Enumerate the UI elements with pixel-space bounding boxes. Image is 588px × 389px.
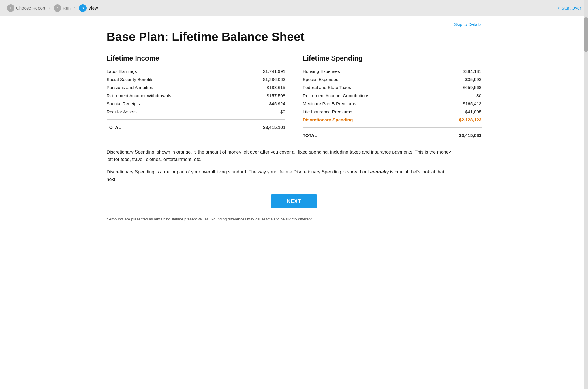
spending-item-value: $659,568 [447,85,482,90]
income-item-label: Regular Assets [107,109,251,114]
spending-item-label: Discretionary Spending [303,117,447,122]
spending-item-label: Retirement Account Contributions [303,93,447,98]
income-item-value: $157,508 [251,93,285,98]
spending-line-item: Retirement Account Contributions$0 [303,92,482,100]
step-2[interactable]: 2 Run [54,4,71,12]
page-title: Base Plan: Lifetime Balance Sheet [107,30,482,44]
income-item-value: $183,615 [251,85,285,90]
income-line-item: Social Security Benefits$1,286,063 [107,75,285,84]
income-item-label: Special Receipts [107,101,251,106]
income-line-item: Pensions and Annuities$183,615 [107,84,285,92]
spending-items: Housing Expenses$384,181Special Expenses… [303,67,482,124]
step-2-label: Run [63,5,71,10]
income-item-label: Pensions and Annuities [107,85,251,90]
spending-item-label: Life Insurance Premiums [303,109,447,114]
spending-item-value: $384,181 [447,69,482,74]
arrow-1: › [49,6,50,10]
main-content: Skip to Details Base Plan: Lifetime Bala… [98,16,490,233]
income-line-item: Regular Assets$0 [107,108,285,116]
spending-total-value: $3,415,083 [447,133,482,138]
description-para2: Discretionary Spending is a major part o… [107,168,453,183]
income-line-item: Labor Earnings$1,741,991 [107,67,285,75]
step-3-label: View [88,5,98,10]
step-3-circle: 3 [79,4,87,12]
topbar: 1 Choose Report › 2 Run › 3 View < Start… [0,0,588,16]
income-total-label: TOTAL [107,125,121,130]
income-item-value: $1,741,991 [251,69,285,74]
step-3[interactable]: 3 View [79,4,98,12]
spending-item-label: Special Expenses [303,77,447,82]
spending-total-row: TOTAL $3,415,083 [303,131,482,140]
arrow-2: › [74,6,76,10]
spending-item-value: $41,805 [447,109,482,114]
income-divider [107,119,285,120]
spending-line-item: Housing Expenses$384,181 [303,67,482,75]
description-para1: Discretionary Spending, shown in orange,… [107,148,453,163]
spending-line-item: Federal and State Taxes$659,568 [303,84,482,92]
description-section: Discretionary Spending, shown in orange,… [107,148,453,183]
description-para2-before: Discretionary Spending is a major part o… [107,169,370,174]
description-para2-italic: annually [370,169,389,174]
step-1-circle: 1 [7,4,14,12]
income-item-value: $0 [251,109,285,114]
income-item-label: Social Security Benefits [107,77,251,82]
spending-total-label: TOTAL [303,133,317,138]
start-over-link[interactable]: < Start Over [558,5,581,10]
income-item-value: $1,286,063 [251,77,285,82]
next-button-wrap: NEXT [107,194,482,208]
skip-to-details-wrap: Skip to Details [107,22,482,27]
spending-item-label: Federal and State Taxes [303,85,447,90]
spending-section: Lifetime Spending Housing Expenses$384,1… [303,54,482,140]
spending-item-value: $35,993 [447,77,482,82]
scrollbar[interactable] [584,0,588,233]
step-1[interactable]: 1 Choose Report [7,4,45,12]
income-item-label: Labor Earnings [107,69,251,74]
spending-item-value: $165,413 [447,101,482,106]
balance-sheet-columns: Lifetime Income Labor Earnings$1,741,991… [107,54,482,140]
spending-item-value: $2,128,123 [447,117,482,122]
breadcrumb-steps: 1 Choose Report › 2 Run › 3 View [7,4,98,12]
spending-line-item: Medicare Part B Premiums$165,413 [303,100,482,108]
income-item-label: Retirement Account Withdrawals [107,93,251,98]
step-1-label: Choose Report [16,5,45,10]
income-item-value: $45,924 [251,101,285,106]
footer-note: * Amounts are presented as remaining lif… [107,217,482,221]
income-section: Lifetime Income Labor Earnings$1,741,991… [107,54,285,140]
spending-item-value: $0 [447,93,482,98]
income-total-row: TOTAL $3,415,101 [107,123,285,132]
spending-line-item: Discretionary Spending$2,128,123 [303,116,482,124]
step-2-circle: 2 [54,4,61,12]
spending-divider [303,127,482,128]
next-button[interactable]: NEXT [271,194,317,208]
skip-to-details-link[interactable]: Skip to Details [454,22,482,27]
spending-item-label: Medicare Part B Premiums [303,101,447,106]
income-total-value: $3,415,101 [251,125,285,130]
spending-title: Lifetime Spending [303,54,482,62]
income-line-item: Retirement Account Withdrawals$157,508 [107,92,285,100]
scrollbar-thumb[interactable] [584,17,588,52]
spending-line-item: Special Expenses$35,993 [303,75,482,84]
spending-line-item: Life Insurance Premiums$41,805 [303,108,482,116]
income-line-item: Special Receipts$45,924 [107,100,285,108]
income-items: Labor Earnings$1,741,991Social Security … [107,67,285,116]
spending-item-label: Housing Expenses [303,69,447,74]
income-title: Lifetime Income [107,54,285,62]
